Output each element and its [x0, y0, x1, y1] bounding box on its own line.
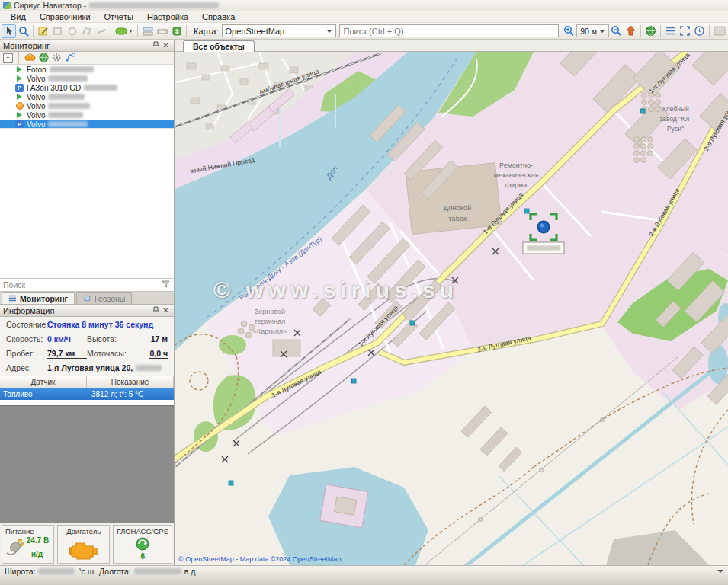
menu-spravochniki[interactable]: Справочники — [34, 12, 97, 21]
track-color-button[interactable] — [114, 24, 135, 38]
vehicle-name: Volvo — [27, 120, 45, 129]
menu-vid[interactable]: Вид — [5, 12, 32, 21]
panels-layout-icon[interactable] — [140, 24, 155, 38]
altitude-label: Высота: — [87, 334, 125, 344]
redacted-plate — [84, 85, 117, 91]
engine-gauge: Двигатель — [57, 525, 110, 564]
fullscreen-icon[interactable] — [678, 24, 692, 38]
redacted-longitude — [134, 568, 181, 574]
filter-icon[interactable] — [161, 280, 171, 290]
gps-label: ГЛОНАСС/GPS — [117, 527, 168, 535]
altitude-value: 17 м — [151, 334, 168, 344]
vehicle-tree: Foton Volvo P ГАЗон 3010 GD Volvo Volvo — [0, 65, 174, 129]
redacted-address — [136, 365, 162, 371]
power-voltage-value: 24.7 В — [27, 536, 49, 545]
tab-monitoring-label: Мониторинг — [20, 294, 68, 303]
gear-icon[interactable] — [52, 53, 62, 64]
edit-geozone-icon[interactable] — [36, 24, 50, 38]
home-view-icon[interactable] — [624, 24, 638, 38]
ruler-icon[interactable] — [155, 24, 169, 38]
redacted-vehicle-label — [527, 245, 560, 251]
show-on-map-globe-icon[interactable] — [39, 53, 49, 64]
info-body: Состояние: Стоянка 8 минут 36 секунд Ско… — [0, 317, 174, 376]
moving-icon — [15, 75, 24, 83]
menu-nastroyka[interactable]: Настройка — [141, 12, 194, 21]
tree-toolbar: + — [0, 52, 174, 65]
database-icon[interactable] — [169, 24, 184, 38]
svg-text:Донской: Донской — [444, 203, 472, 212]
main-toolbar: Карта: OpenStreetMap 90 м — [0, 23, 728, 40]
zoom-scale-value: 90 м — [580, 27, 597, 36]
left-panel: Мониторинг ✕ + — [0, 40, 175, 565]
global-search-input[interactable] — [340, 25, 559, 37]
app-icon — [3, 2, 11, 9]
svg-text:Руси": Руси" — [667, 125, 684, 133]
sensor-row-fuel[interactable]: Топливо 3812 л; t°: 5 °C — [0, 388, 174, 400]
sensor-value: 3812 л; t°: 5 °C — [85, 388, 174, 400]
latitude-label: Широта: — [5, 567, 35, 576]
engine-hours-value[interactable]: 0,0 ч — [149, 349, 168, 359]
svg-text:«Каргилл»: «Каргилл» — [253, 328, 287, 335]
vehicle-name: Volvo — [27, 75, 45, 83]
zoom-out-icon[interactable] — [609, 24, 624, 38]
zoom-in-icon[interactable] — [562, 24, 576, 38]
close-icon[interactable]: ✕ — [161, 306, 171, 315]
longitude-label: Долгота: — [99, 567, 131, 576]
redacted-plate — [48, 121, 88, 127]
monitoring-panel-header: Мониторинг ✕ — [0, 40, 174, 52]
tab-monitoring[interactable]: Мониторинг — [2, 292, 75, 304]
sensor-table-header: Датчик Показание — [0, 376, 174, 388]
svg-text:Хлебный: Хлебный — [662, 105, 689, 113]
small-parcel — [320, 484, 368, 528]
plug-icon — [5, 539, 24, 559]
zoom-tool-icon[interactable] — [16, 24, 30, 38]
address-value: 1-я Луговая улица 20, — [47, 363, 133, 372]
window-title: Сириус Навигатор - — [14, 1, 86, 10]
titlebar: Сириус Навигатор - — [0, 0, 728, 11]
vehicle-dot-highlight — [540, 224, 544, 228]
tree-item-0[interactable]: Foton — [0, 65, 174, 74]
monitoring-panel-title: Мониторинг — [3, 41, 50, 50]
statusbar-dropdown-icon[interactable] — [717, 570, 723, 573]
map-viewport[interactable]: Амбулаторная улица жный Нижний Проезд До… — [175, 52, 728, 565]
tree-item-4[interactable]: Volvo — [0, 101, 174, 110]
tree-item-6-selected[interactable]: P Volvo — [0, 120, 174, 129]
close-icon[interactable]: ✕ — [161, 41, 171, 50]
mileage-value[interactable]: 79,7 км — [47, 349, 87, 359]
pan-tool-icon[interactable] — [2, 24, 16, 38]
value-col-header: Показание — [87, 376, 174, 388]
tab-geozones[interactable]: Геозоны — [76, 292, 132, 304]
map-tab-all-objects[interactable]: Все объекты — [183, 40, 255, 52]
menu-otchety[interactable]: Отчёты — [98, 12, 140, 21]
redacted-latitude — [38, 568, 75, 574]
redacted-plate — [48, 112, 83, 118]
binoculars-icon[interactable] — [24, 53, 36, 63]
map-canvas[interactable]: Амбулаторная улица жный Нижний Проезд До… — [175, 52, 728, 565]
pin-icon[interactable] — [151, 41, 161, 50]
tree-empty-area — [0, 129, 174, 278]
pin-icon[interactable] — [151, 306, 161, 315]
state-label: Состояние: — [6, 320, 47, 329]
tree-item-1[interactable]: Volvo — [0, 74, 174, 83]
vehicle-name: Foton — [27, 66, 47, 74]
tree-item-3[interactable]: Volvo — [0, 92, 174, 101]
track-route-icon[interactable] — [65, 53, 75, 63]
tree-item-5[interactable]: Volvo — [0, 110, 174, 120]
sensor-table: Датчик Показание Топливо 3812 л; t°: 5 °… — [0, 376, 174, 405]
power-gauge: Питание 24.7 В н/д — [2, 525, 54, 564]
engine-hours-label: Моточасы: — [87, 349, 125, 358]
map-provider-select[interactable]: OpenStreetMap — [222, 24, 336, 37]
history-clock-icon[interactable] — [692, 24, 707, 38]
tree-search[interactable]: Поиск — [0, 278, 174, 292]
list-icon[interactable] — [663, 24, 678, 38]
svg-text:механическая: механическая — [494, 171, 539, 179]
moving-icon — [15, 66, 24, 74]
menu-spravka[interactable]: Справка — [196, 12, 241, 21]
tree-search-placeholder: Поиск — [3, 280, 161, 289]
expand-all-button[interactable]: + — [3, 53, 13, 63]
zoom-scale-select[interactable]: 90 м — [576, 24, 609, 37]
globe-icon[interactable] — [643, 24, 658, 38]
status-bar: Широта: °с.ш. Долгота: в.д. — [0, 565, 728, 577]
vehicle-name: Volvo — [27, 102, 45, 110]
tree-item-2[interactable]: P ГАЗон 3010 GD — [0, 83, 174, 92]
